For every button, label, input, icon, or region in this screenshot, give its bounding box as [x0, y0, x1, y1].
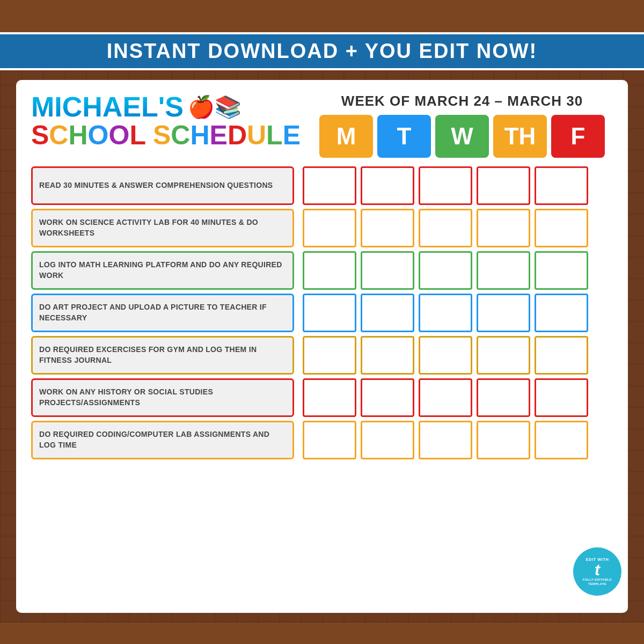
- checkbox-group: [303, 166, 588, 205]
- checkbox-tuesday[interactable]: [361, 209, 414, 247]
- checkbox-wednesday[interactable]: [419, 166, 472, 205]
- checkbox-friday[interactable]: [535, 209, 588, 247]
- checkbox-monday[interactable]: [303, 294, 356, 332]
- checkbox-monday[interactable]: [303, 421, 356, 459]
- banner-text: INSTANT DOWNLOAD + YOU EDIT NOW!: [107, 40, 538, 62]
- table-row: LOG INTO MATH LEARNING PLATFORM AND DO A…: [31, 251, 613, 290]
- checkbox-friday[interactable]: [535, 421, 588, 459]
- table-row: DO REQUIRED EXCERCISES FOR GYM AND LOG T…: [31, 336, 613, 375]
- checkbox-group: [303, 251, 588, 290]
- table-row: DO REQUIRED CODING/COMPUTER LAB ASSIGNME…: [31, 421, 613, 459]
- checkbox-wednesday[interactable]: [419, 378, 472, 417]
- checkbox-wednesday[interactable]: [419, 251, 472, 290]
- checkbox-tuesday[interactable]: [361, 251, 414, 290]
- checkbox-tuesday[interactable]: [361, 421, 414, 459]
- day-monday: M: [319, 115, 373, 158]
- checkbox-group: [303, 336, 588, 375]
- main-card: MICHAEL'S 🍎📚 SCHOOL SCHEDULE WEEK OF MAR…: [16, 80, 628, 613]
- checkbox-friday[interactable]: [535, 166, 588, 205]
- table-row: WORK ON SCIENCE ACTIVITY LAB FOR 40 MINU…: [31, 209, 613, 247]
- task-text: LOG INTO MATH LEARNING PLATFORM AND DO A…: [39, 260, 286, 281]
- wood-bottom-decoration: [0, 623, 644, 644]
- table-row: DO ART PROJECT AND UPLOAD A PICTURE TO T…: [31, 294, 613, 332]
- day-tuesday: T: [377, 115, 431, 158]
- checkbox-wednesday[interactable]: [419, 421, 472, 459]
- day-headers: M T W TH F: [319, 115, 605, 158]
- checkbox-friday[interactable]: [535, 378, 588, 417]
- schedule-grid: READ 30 MINUTES & ANSWER COMPREHENSION Q…: [31, 166, 613, 602]
- task-text: WORK ON SCIENCE ACTIVITY LAB FOR 40 MINU…: [39, 217, 286, 238]
- task-text: WORK ON ANY HISTORY OR SOCIAL STUDIES PR…: [39, 387, 286, 408]
- templett-letter: t: [595, 562, 600, 578]
- week-area: WEEK OF MARCH 24 – MARCH 30 M T W TH F: [301, 93, 613, 158]
- task-cell: WORK ON SCIENCE ACTIVITY LAB FOR 40 MINU…: [31, 209, 294, 247]
- week-title: WEEK OF MARCH 24 – MARCH 30: [341, 93, 583, 109]
- checkbox-thursday[interactable]: [477, 251, 530, 290]
- wood-top-decoration: [0, 0, 644, 32]
- day-wednesday: W: [435, 115, 489, 158]
- checkbox-thursday[interactable]: [477, 336, 530, 375]
- checkbox-monday[interactable]: [303, 336, 356, 375]
- task-text: DO ART PROJECT AND UPLOAD A PICTURE TO T…: [39, 302, 286, 323]
- checkbox-wednesday[interactable]: [419, 336, 472, 375]
- checkbox-thursday[interactable]: [477, 378, 530, 417]
- checkbox-monday[interactable]: [303, 251, 356, 290]
- checkbox-friday[interactable]: [535, 336, 588, 375]
- name-line: MICHAEL'S 🍎📚: [31, 93, 301, 121]
- checkbox-thursday[interactable]: [477, 421, 530, 459]
- checkbox-monday[interactable]: [303, 209, 356, 247]
- checkbox-group: [303, 209, 588, 247]
- checkbox-group: [303, 294, 588, 332]
- task-cell: DO REQUIRED CODING/COMPUTER LAB ASSIGNME…: [31, 421, 294, 459]
- checkbox-wednesday[interactable]: [419, 294, 472, 332]
- checkbox-thursday[interactable]: [477, 294, 530, 332]
- schedule-title: SCHOOL SCHEDULE: [31, 121, 301, 150]
- day-thursday: TH: [493, 115, 547, 158]
- table-row: READ 30 MINUTES & ANSWER COMPREHENSION Q…: [31, 166, 613, 205]
- checkbox-thursday[interactable]: [477, 166, 530, 205]
- task-text: DO REQUIRED CODING/COMPUTER LAB ASSIGNME…: [39, 429, 286, 450]
- checkbox-tuesday[interactable]: [361, 294, 414, 332]
- title-area: MICHAEL'S 🍎📚 SCHOOL SCHEDULE: [31, 93, 301, 150]
- checkbox-tuesday[interactable]: [361, 166, 414, 205]
- task-text: READ 30 MINUTES & ANSWER COMPREHENSION Q…: [39, 180, 273, 191]
- checkbox-friday[interactable]: [535, 251, 588, 290]
- task-cell: DO ART PROJECT AND UPLOAD A PICTURE TO T…: [31, 294, 294, 332]
- task-cell: LOG INTO MATH LEARNING PLATFORM AND DO A…: [31, 251, 294, 290]
- task-text: DO REQUIRED EXCERCISES FOR GYM AND LOG T…: [39, 345, 286, 365]
- checkbox-monday[interactable]: [303, 378, 356, 417]
- task-cell: WORK ON ANY HISTORY OR SOCIAL STUDIES PR…: [31, 378, 294, 417]
- apple-books-icon: 🍎📚: [188, 94, 241, 120]
- checkbox-friday[interactable]: [535, 294, 588, 332]
- templett-badge: EDIT WITH t FULLY EDITABLE TEMPLATE: [573, 547, 621, 596]
- promo-banner: INSTANT DOWNLOAD + YOU EDIT NOW!: [0, 32, 644, 70]
- checkbox-tuesday[interactable]: [361, 336, 414, 375]
- top-section: MICHAEL'S 🍎📚 SCHOOL SCHEDULE WEEK OF MAR…: [31, 93, 613, 158]
- checkbox-tuesday[interactable]: [361, 378, 414, 417]
- task-cell: DO REQUIRED EXCERCISES FOR GYM AND LOG T…: [31, 336, 294, 375]
- task-cell: READ 30 MINUTES & ANSWER COMPREHENSION Q…: [31, 166, 294, 205]
- checkbox-wednesday[interactable]: [419, 209, 472, 247]
- checkbox-monday[interactable]: [303, 166, 356, 205]
- table-row: WORK ON ANY HISTORY OR SOCIAL STUDIES PR…: [31, 378, 613, 417]
- checkbox-thursday[interactable]: [477, 209, 530, 247]
- student-name: MICHAEL'S: [31, 93, 184, 121]
- checkbox-group: [303, 421, 588, 459]
- badge-bottom-text: FULLY EDITABLE TEMPLATE: [576, 578, 618, 587]
- day-friday: F: [551, 115, 605, 158]
- checkbox-group: [303, 378, 588, 417]
